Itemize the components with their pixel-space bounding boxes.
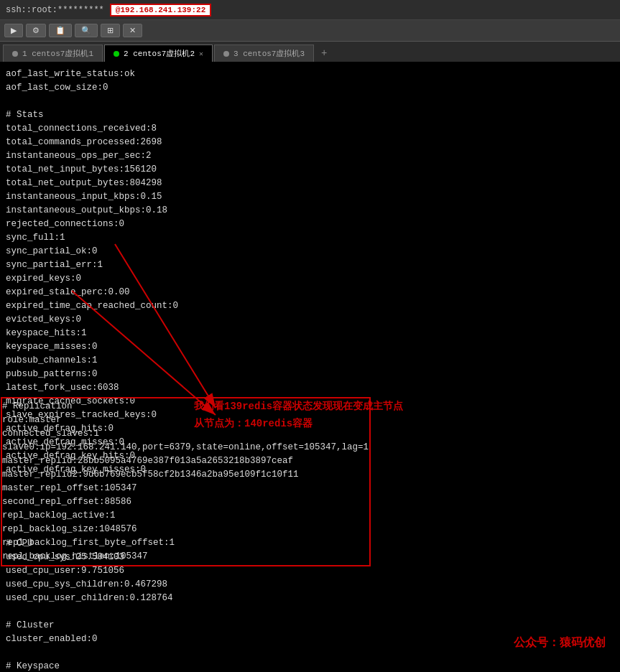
annotation: 我们看139redis容器状态发现现在变成主节点 从节点为：140redis容器	[194, 398, 403, 433]
toolbar-btn-3[interactable]: 📋	[49, 24, 72, 37]
tab-2-close[interactable]: ✕	[199, 50, 203, 58]
tab-3-dot	[223, 51, 229, 57]
tab-1-dot	[12, 51, 18, 57]
ip-label: @192.168.241.139:22	[110, 4, 211, 17]
tabs-bar: 1 centos7虚拟机1 2 centos7虚拟机2 ✕ 3 centos7虚…	[0, 42, 620, 63]
tab-3-label: 3 centos7虚拟机3	[233, 48, 305, 59]
toolbar-btn-6[interactable]: ✕	[123, 24, 142, 37]
toolbar-btn-2[interactable]: ⚙	[26, 24, 46, 37]
tab-1[interactable]: 1 centos7虚拟机1	[3, 45, 103, 62]
ssh-label: ssh::root:*********	[6, 5, 104, 15]
tab-3[interactable]: 3 centos7虚拟机3	[214, 45, 314, 62]
tab-add-button[interactable]: +	[315, 45, 333, 62]
watermark: 公众号：猿码优创	[514, 635, 606, 652]
annotation-line1: 我们看139redis容器状态发现现在变成主节点	[194, 398, 403, 416]
toolbar: ▶ ⚙ 📋 🔍 ⊞ ✕	[0, 20, 620, 42]
toolbar-btn-1[interactable]: ▶	[4, 24, 23, 37]
tab-1-label: 1 centos7虚拟机1	[22, 48, 93, 59]
terminal-content-after: # CPU used_cpu_sys:25.504103 used_cpu_us…	[6, 537, 173, 672]
toolbar-btn-4[interactable]: 🔍	[75, 24, 98, 37]
tab-2-dot	[114, 51, 119, 57]
title-bar: ssh::root:********* @192.168.241.139:22	[0, 0, 620, 20]
tab-2[interactable]: 2 centos7虚拟机2 ✕	[104, 45, 213, 62]
annotation-line2: 从节点为：140redis容器	[194, 416, 403, 433]
terminal[interactable]: aof_last_write_status:ok aof_last_cow_si…	[0, 63, 620, 672]
toolbar-btn-5[interactable]: ⊞	[101, 24, 120, 37]
tab-2-label: 2 centos7虚拟机2	[124, 48, 195, 59]
